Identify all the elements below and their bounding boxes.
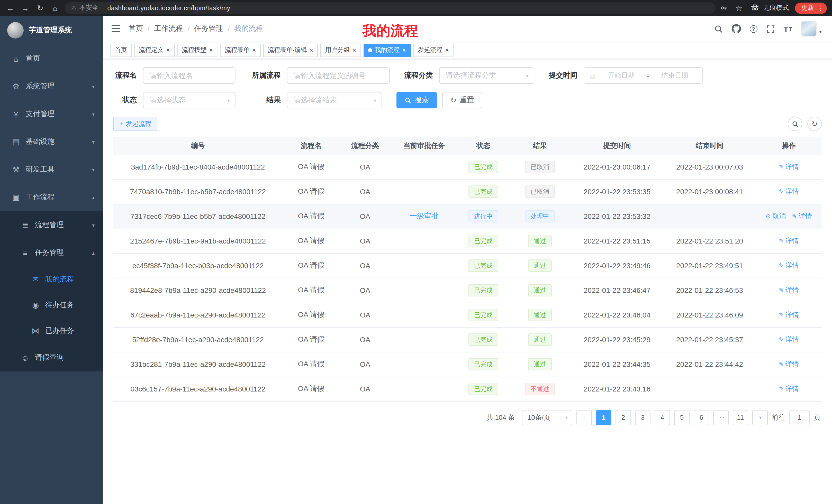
sidebar-item-dev-tools[interactable]: ⚒研发工具▾ (0, 156, 103, 184)
start-process-button[interactable]: + 发起流程 (113, 117, 158, 131)
search-icon[interactable] (714, 24, 723, 33)
sidebar-item-my-process[interactable]: ✉我的流程 (0, 267, 103, 292)
sidebar-toggle-icon[interactable] (103, 16, 129, 41)
help-icon[interactable]: ? (750, 25, 757, 33)
breadcrumb-item[interactable]: 任务管理 (194, 24, 223, 33)
start-date-input[interactable]: 开始日期 (599, 71, 644, 80)
page-size-select[interactable]: 10条/页 ▾ (522, 410, 572, 425)
tab-user-group[interactable]: 用户分组× (321, 44, 361, 57)
tab-process-form-edit[interactable]: 流程表单-编辑× (263, 44, 318, 57)
search-button[interactable]: 搜索 (396, 92, 437, 108)
tab-home[interactable]: 首页 (110, 44, 132, 57)
address-bar[interactable]: ⚠ 不安全 dashboard.yudao.iocoder.cn/bpm/tas… (65, 2, 715, 14)
process-def-field: 所属流程 (250, 67, 390, 84)
sidebar-item-label: 请假查询 (35, 353, 64, 362)
toggle-search-button[interactable] (788, 117, 802, 131)
kebab-menu-icon[interactable]: ⋮ (817, 4, 824, 12)
tools-icon: ⚒ (10, 165, 22, 174)
back-icon[interactable]: ← (5, 4, 16, 12)
page-2-button[interactable]: 2 (616, 410, 631, 425)
font-size-icon[interactable]: TT (783, 24, 792, 33)
process-name-input[interactable] (143, 67, 235, 84)
column-header: 结束时间 (663, 137, 756, 155)
tab-process-definition[interactable]: 流程定义× (134, 44, 175, 57)
sidebar-item-process-mgmt[interactable]: ≣流程管理▾ (0, 211, 103, 239)
reset-button[interactable]: ↻ 重置 (442, 92, 482, 108)
cell-process-name: OA 请假 (283, 179, 339, 204)
detail-button[interactable]: ✎详情 (779, 187, 799, 196)
goto-page-input[interactable] (789, 410, 810, 425)
cell-actions: ✎详情 (756, 327, 822, 352)
result-badge: 通过 (528, 309, 552, 321)
sidebar-item-done-task[interactable]: ⋈已办任务 (0, 318, 103, 344)
sidebar-item-label: 任务管理 (35, 248, 64, 257)
cell-status: 已完成 (458, 229, 509, 253)
home-icon[interactable]: ⌂ (50, 4, 60, 12)
detail-button[interactable]: ✎详情 (779, 310, 799, 319)
process-def-input[interactable] (287, 67, 390, 84)
close-icon[interactable]: × (353, 47, 356, 53)
user-menu[interactable]: ▾ (801, 21, 822, 36)
cancel-button[interactable]: ⊘取消 (766, 212, 786, 221)
category-select[interactable]: 请选择流程分类 ▾ (439, 67, 534, 84)
detail-button[interactable]: ✎详情 (792, 212, 812, 221)
detail-button[interactable]: ✎详情 (779, 236, 799, 246)
sidebar-item-label: 基础设施 (26, 137, 54, 146)
sidebar-item-leave-query[interactable]: ☺请假查询 (0, 344, 103, 371)
reload-icon[interactable]: ↻ (35, 4, 45, 12)
refresh-table-button[interactable]: ↻ (807, 117, 822, 131)
sidebar-item-infrastructure[interactable]: ▤基础设施▾ (0, 128, 103, 156)
cell-current-task (391, 327, 458, 352)
next-page-button[interactable]: › (752, 410, 768, 425)
result-select[interactable]: 请选择流结果 ▾ (287, 92, 382, 108)
tab-process-form[interactable]: 流程表单× (220, 44, 260, 57)
fullscreen-icon[interactable] (766, 24, 775, 33)
close-icon[interactable]: × (252, 47, 256, 53)
close-icon[interactable]: × (310, 47, 313, 53)
close-icon[interactable]: × (445, 47, 449, 53)
page-3-button[interactable]: 3 (635, 410, 650, 425)
tab-process-model[interactable]: 流程模型× (177, 44, 217, 57)
status-select[interactable]: 请选择状态 ▾ (143, 92, 235, 108)
detail-icon: ✎ (779, 311, 784, 318)
chrome-update-button[interactable]: 更新 ⋮ (795, 2, 827, 13)
prev-page-button[interactable]: ‹ (576, 410, 592, 425)
sidebar-item-todo-task[interactable]: ◉待办任务 (0, 292, 103, 318)
sidebar-item-system-mgmt[interactable]: ⚙系统管理▾ (0, 73, 103, 100)
detail-button[interactable]: ✎详情 (779, 261, 799, 270)
close-icon[interactable]: × (166, 47, 170, 53)
app-logo[interactable]: 芋道管理系统 (0, 16, 103, 45)
page-6-button[interactable]: 6 (694, 410, 709, 425)
breadcrumb-item[interactable]: 工作流程 (154, 24, 183, 33)
close-icon[interactable]: × (402, 47, 406, 53)
close-icon[interactable]: × (209, 47, 213, 53)
not-secure-badge[interactable]: ⚠ 不安全 (71, 4, 99, 12)
page-11-button[interactable]: 11 (733, 410, 748, 425)
tab-start-process[interactable]: 发起流程× (413, 44, 453, 57)
forward-icon[interactable]: → (20, 4, 30, 12)
status-badge: 已完成 (468, 309, 498, 321)
detail-button[interactable]: ✎详情 (779, 162, 799, 172)
github-icon[interactable] (731, 24, 741, 33)
sidebar-item-home[interactable]: ⌂首页 (0, 45, 103, 73)
key-icon[interactable] (720, 4, 728, 12)
detail-button[interactable]: ✎详情 (779, 335, 799, 344)
cell-current-task (391, 278, 458, 303)
sidebar-item-payment-mgmt[interactable]: ¥支付管理▾ (0, 100, 103, 128)
sidebar-item-task-mgmt[interactable]: ≡任务管理▴ (0, 239, 103, 267)
date-range-picker[interactable]: ▦ 开始日期 - 结束日期 (583, 67, 703, 84)
breadcrumb-item[interactable]: 首页 (129, 24, 143, 33)
detail-button[interactable]: ✎详情 (779, 286, 799, 295)
page-1-button[interactable]: 1 (596, 410, 612, 425)
current-task-link[interactable]: 一级审批 (410, 212, 439, 220)
bookmark-star-icon[interactable]: ☆ (734, 4, 744, 12)
browser-chrome: ← → ↻ ⌂ ⚠ 不安全 dashboard.yudao.iocoder.cn… (0, 0, 832, 16)
end-date-input[interactable]: 结束日期 (652, 71, 697, 80)
page-5-button[interactable]: 5 (674, 410, 690, 425)
pager-ellipsis[interactable]: ··· (713, 410, 729, 425)
detail-button[interactable]: ✎详情 (779, 360, 799, 369)
sidebar-item-workflow[interactable]: ▣工作流程▴ (0, 184, 103, 211)
detail-button[interactable]: ✎详情 (779, 384, 799, 394)
page-4-button[interactable]: 4 (655, 410, 670, 425)
tab-my-process[interactable]: 我的流程× (364, 44, 411, 57)
